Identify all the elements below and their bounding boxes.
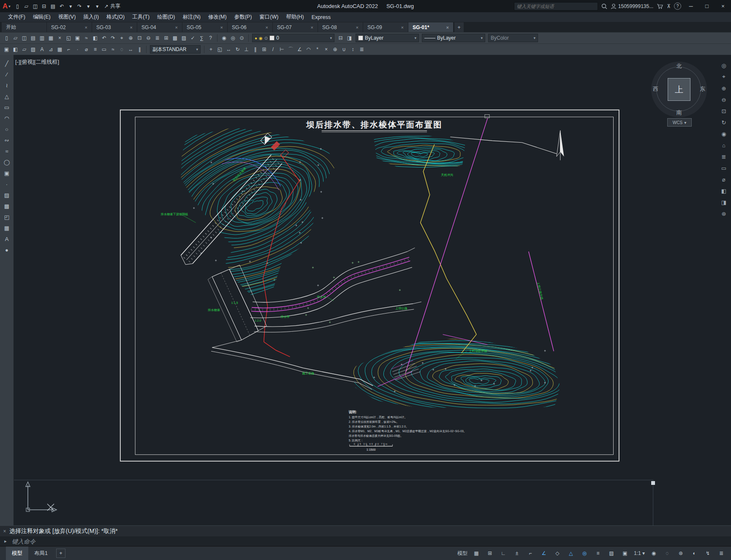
- lengthen-icon[interactable]: ↕: [348, 45, 357, 54]
- command-input[interactable]: [11, 538, 731, 545]
- measure-icon[interactable]: ↔: [126, 45, 135, 54]
- infer-constraints-icon[interactable]: ∟: [497, 549, 510, 558]
- menu-help[interactable]: 帮助(H): [282, 12, 307, 22]
- model-tab[interactable]: 模型: [6, 546, 28, 560]
- model-paper-toggle[interactable]: 模型: [456, 549, 469, 558]
- mtext-icon[interactable]: A: [1, 234, 12, 244]
- ortho-mode-icon[interactable]: ⌐: [524, 549, 537, 558]
- region-icon[interactable]: ◰: [1, 212, 12, 222]
- viewport-controls[interactable]: [-][俯视][二维线框]: [15, 58, 59, 66]
- command-close-icon[interactable]: ×: [0, 528, 9, 534]
- annotation-scale-icon[interactable]: ⊙: [237, 34, 246, 43]
- doc-tab-SG-08[interactable]: SG-08×: [318, 22, 363, 32]
- open-icon[interactable]: ▱: [11, 34, 20, 43]
- fillet-icon[interactable]: ◠: [304, 45, 313, 54]
- mleader-style-icon[interactable]: ⌐: [64, 45, 73, 54]
- orbit-icon[interactable]: ↻: [719, 118, 729, 127]
- new-tab-button[interactable]: +: [454, 22, 464, 32]
- redo-dropdown-icon[interactable]: ▾: [84, 2, 93, 11]
- tab-close-icon[interactable]: ×: [175, 25, 178, 30]
- tab-close-icon[interactable]: ×: [130, 25, 133, 30]
- workspace-switching-icon[interactable]: ⊛: [674, 549, 687, 558]
- doc-tab-SG-05[interactable]: SG-05×: [182, 22, 227, 32]
- properties-panel-icon[interactable]: ▭: [719, 163, 729, 173]
- transparency-icon[interactable]: ▨: [605, 549, 618, 558]
- customization-icon[interactable]: ≣: [715, 549, 728, 558]
- doc-tab-SG-01[interactable]: SG-01*×: [408, 22, 453, 32]
- gradient-icon[interactable]: ▩: [1, 201, 12, 211]
- trim-icon[interactable]: /: [269, 45, 277, 54]
- copy-icon[interactable]: ◱: [64, 34, 73, 43]
- steering-wheel-icon[interactable]: ◉: [719, 129, 729, 138]
- doc-tab-SG-07[interactable]: SG-07×: [273, 22, 318, 32]
- save-icon[interactable]: ◫: [20, 34, 29, 43]
- layer-states-icon[interactable]: ◨: [345, 34, 354, 43]
- close-button[interactable]: ×: [717, 0, 729, 12]
- view-cube[interactable]: 上 北 南 西 东: [651, 62, 707, 117]
- annotation-autoscale-icon[interactable]: ◌: [661, 549, 674, 558]
- doc-tab-SG-09[interactable]: SG-09×: [363, 22, 408, 32]
- app-save-icon[interactable]: ◫: [31, 2, 40, 11]
- circle-icon[interactable]: ○: [1, 124, 12, 134]
- break-icon[interactable]: ⌒: [286, 45, 295, 54]
- command-input-icon[interactable]: ▸: [0, 538, 11, 544]
- plot-icon[interactable]: ▤: [29, 34, 38, 43]
- cut-icon[interactable]: ×: [55, 34, 64, 43]
- pan-icon[interactable]: ⌖: [117, 34, 126, 43]
- menu-view[interactable]: 视图(V): [54, 12, 80, 22]
- new-layout-button[interactable]: +: [56, 549, 65, 558]
- menu-edit[interactable]: 编辑(E): [29, 12, 54, 22]
- redo-icon[interactable]: ↷: [109, 34, 117, 43]
- view-cube-west[interactable]: 西: [653, 85, 658, 93]
- object-properties-icon[interactable]: ≣: [357, 45, 366, 54]
- tab-close-icon[interactable]: ×: [85, 25, 87, 30]
- layer-combo[interactable]: ● ◉ ⊙ 0 ▾: [252, 34, 334, 42]
- sheet-set-manager-icon[interactable]: ▨: [179, 34, 188, 43]
- point-icon[interactable]: ·: [1, 179, 12, 189]
- design-center-icon[interactable]: ⊞: [162, 34, 171, 43]
- purge-icon[interactable]: ◌: [117, 45, 126, 54]
- object-snap-icon[interactable]: ◎: [578, 549, 591, 558]
- paste-icon[interactable]: ▣: [73, 34, 82, 43]
- layout1-tab[interactable]: 布局1: [28, 546, 54, 560]
- publish-icon[interactable]: ▦: [46, 34, 55, 43]
- divide-icon[interactable]: ∥: [135, 45, 144, 54]
- erase-icon[interactable]: ×: [322, 45, 331, 54]
- table-style-icon[interactable]: ▦: [55, 45, 64, 54]
- full-navigation-icon[interactable]: ◎: [719, 61, 729, 70]
- lineweight-icon[interactable]: ≡: [592, 549, 604, 558]
- tab-close-icon[interactable]: ×: [311, 25, 313, 30]
- share-button[interactable]: ↗ 共享: [104, 3, 120, 10]
- chamfer-icon[interactable]: ∠: [295, 45, 304, 54]
- app-saveas-icon[interactable]: ⊟: [40, 2, 49, 11]
- view-cube-north[interactable]: 北: [651, 62, 707, 70]
- doc-tab-SG-04[interactable]: SG-04×: [137, 22, 182, 32]
- measure-tool-icon[interactable]: ⌀: [719, 175, 729, 184]
- menu-draw[interactable]: 绘图(D): [153, 12, 179, 22]
- array-icon[interactable]: ⊞: [260, 45, 269, 54]
- viewport-grip[interactable]: [651, 481, 655, 485]
- thickness-icon[interactable]: ≡: [91, 45, 100, 54]
- rename-icon[interactable]: ≈: [109, 45, 117, 54]
- menu-format[interactable]: 格式(O): [103, 12, 128, 22]
- menu-dimension[interactable]: 标注(N): [179, 12, 204, 22]
- polyline-icon[interactable]: ≀: [1, 80, 12, 90]
- menu-parametric[interactable]: 参数(P): [231, 12, 256, 22]
- annotation-scale-indicator[interactable]: 1:1 ▾: [632, 549, 647, 558]
- search-icon[interactable]: [601, 3, 607, 9]
- create-block-icon[interactable]: ◧: [11, 45, 20, 54]
- app-open-icon[interactable]: ▱: [22, 2, 31, 11]
- selection-cycling-icon[interactable]: ▣: [619, 549, 631, 558]
- account-button[interactable]: 15059999135...: [611, 3, 653, 9]
- insert-block-icon[interactable]: ▣: [2, 45, 11, 54]
- annotation-visibility-icon[interactable]: ◉: [220, 34, 228, 43]
- hardware-acceleration-icon[interactable]: ↯: [701, 549, 714, 558]
- zoom-out-icon[interactable]: ⊖: [719, 95, 729, 104]
- isometric-drafting-icon[interactable]: ◇: [551, 549, 564, 558]
- app-undo-icon[interactable]: ↶: [57, 2, 66, 11]
- line-icon[interactable]: ╱: [1, 58, 12, 68]
- nav-settings-icon[interactable]: ⊛: [719, 209, 729, 218]
- block-editor-icon[interactable]: ◧: [91, 34, 100, 43]
- menu-modify[interactable]: 修改(M): [204, 12, 231, 22]
- view-cube-south[interactable]: 南: [651, 109, 707, 116]
